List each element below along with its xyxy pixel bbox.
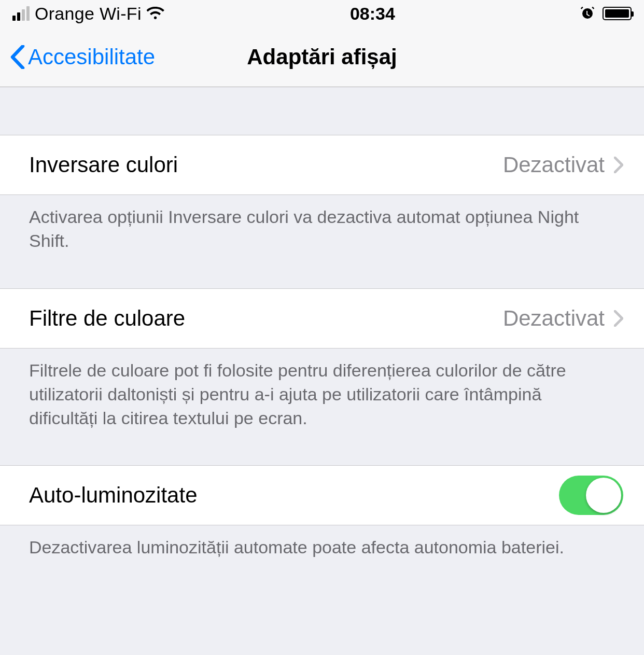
row-value: Dezactivat <box>503 306 605 331</box>
status-left: Orange Wi-Fi <box>12 4 165 24</box>
row-auto-brightness: Auto-luminozitate <box>0 465 644 525</box>
back-label: Accesibilitate <box>28 45 155 69</box>
nav-bar: Accesibilitate Adaptări afișaj <box>0 27 644 87</box>
battery-icon <box>603 7 632 20</box>
section-gap <box>0 430 644 465</box>
signal-strength-icon <box>12 6 30 21</box>
footer-auto-brightness: Dezactivarea luminozității automate poat… <box>0 525 644 560</box>
back-button[interactable]: Accesibilitate <box>10 45 155 69</box>
status-bar: Orange Wi-Fi 08:34 <box>0 0 644 27</box>
clock-time: 08:34 <box>350 4 395 24</box>
status-right <box>580 6 632 21</box>
alarm-icon <box>580 6 595 21</box>
row-right: Dezactivat <box>503 306 623 331</box>
footer-invert-colors: Activarea opțiunii Inversare culori va d… <box>0 195 644 253</box>
row-label: Inversare culori <box>29 152 178 177</box>
chevron-right-icon <box>614 157 623 173</box>
page-title: Adaptări afișaj <box>247 45 397 69</box>
section-gap <box>0 87 644 135</box>
footer-color-filters: Filtrele de culoare pot fi folosite pent… <box>0 349 644 430</box>
auto-brightness-toggle[interactable] <box>559 476 623 515</box>
carrier-label: Orange Wi-Fi <box>35 4 142 24</box>
row-invert-colors[interactable]: Inversare culori Dezactivat <box>0 135 644 195</box>
row-label: Filtre de culoare <box>29 306 185 331</box>
toggle-knob <box>586 478 621 513</box>
row-color-filters[interactable]: Filtre de culoare Dezactivat <box>0 288 644 349</box>
row-right: Dezactivat <box>503 152 623 177</box>
section-gap <box>0 253 644 288</box>
wifi-icon <box>147 7 165 20</box>
row-value: Dezactivat <box>503 152 605 177</box>
chevron-left-icon <box>10 45 25 69</box>
row-label: Auto-luminozitate <box>29 483 198 508</box>
chevron-right-icon <box>614 310 623 327</box>
